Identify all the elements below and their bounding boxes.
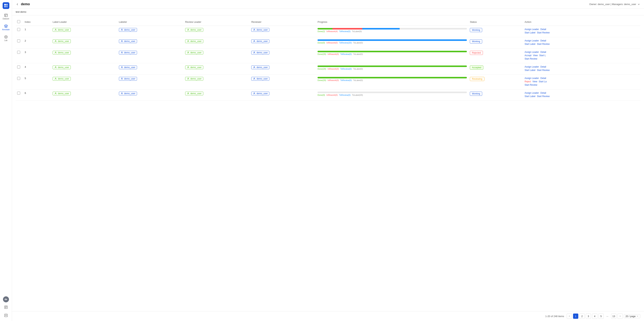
user-tag: demo_user	[251, 92, 269, 95]
status-badge: Working	[470, 40, 482, 44]
status-cell: Working	[468, 37, 523, 48]
owner-text: Owner: demo_user | Managers: demo_user	[589, 3, 636, 6]
user-icon	[187, 92, 190, 95]
action-link[interactable]: Detail	[540, 51, 546, 54]
row-checkbox[interactable]	[17, 66, 20, 68]
action-link[interactable]: Assign Leader	[524, 77, 539, 80]
review-leader-cell: demo_user	[184, 63, 250, 75]
action-link[interactable]: Start Review	[524, 84, 537, 86]
status-badge: Rejected	[470, 51, 483, 55]
progress-labels: Done(2) InRework(4) ToReview(5) ToLabel(…	[318, 30, 467, 32]
status-badge: Working	[470, 92, 482, 96]
action-link[interactable]: Assign Leader	[524, 66, 539, 68]
action-row: Start LabelStart Review	[524, 31, 639, 34]
action-link[interactable]: Reject	[524, 80, 531, 83]
svg-point-20	[122, 40, 122, 41]
next-page-button[interactable]	[618, 314, 623, 319]
sidebar-item-dataset[interactable]: Dataset	[1, 12, 11, 21]
action-link[interactable]: Detail	[540, 92, 546, 94]
col-status: Status	[468, 18, 523, 26]
page-size-selector[interactable]: 20 / page	[624, 314, 640, 318]
app-logo[interactable]	[2, 2, 9, 9]
user-tag: demo_user	[53, 51, 71, 54]
page-button-1[interactable]: 1	[573, 314, 578, 319]
user-tag: demo_user	[185, 51, 203, 54]
page-button-3[interactable]: 3	[586, 314, 591, 319]
user-icon	[120, 28, 123, 31]
page-button-2[interactable]: 2	[580, 314, 585, 319]
row-checkbox[interactable]	[17, 51, 20, 54]
progress-bar	[318, 77, 467, 78]
status-cell: Rejected	[468, 48, 523, 63]
table-row: 1 demo_user demo_user demo_user demo_use…	[16, 26, 640, 37]
status-badge: Working	[470, 28, 482, 32]
row-checkbox[interactable]	[17, 40, 20, 42]
action-link[interactable]: Start Review	[524, 58, 537, 60]
row-checkbox[interactable]	[17, 28, 20, 31]
user-tag: demo_user	[185, 28, 203, 32]
action-link[interactable]: Start Label	[524, 43, 535, 45]
action-link[interactable]: Assign Leader	[524, 40, 539, 42]
labeler-cell: demo_user	[118, 63, 184, 75]
page-button-13[interactable]: 13	[611, 314, 616, 319]
page-button-4[interactable]: 4	[592, 314, 597, 319]
user-icon	[54, 40, 57, 42]
progress-cell: Done(0) InRework(0) ToReview(0) ToLabel(…	[316, 90, 468, 101]
col-progress: Progress	[316, 18, 468, 26]
action-link[interactable]: Start Label	[524, 69, 535, 72]
row-index: 1	[23, 26, 51, 37]
reviewer-cell: demo_user	[250, 75, 316, 90]
user-tag: demo_user	[185, 92, 203, 95]
action-link[interactable]: View	[532, 80, 537, 83]
action-link[interactable]: Assign Leader	[524, 92, 539, 94]
action-link[interactable]: Start Review	[537, 31, 550, 34]
progress-labels: Done(0) InRework(0) ToReview(0) ToLabel(…	[318, 94, 467, 96]
sidebar-item-export[interactable]	[1, 312, 11, 319]
svg-point-32	[122, 78, 122, 79]
rework-label: InRework(0)	[326, 42, 338, 44]
progress-labels: Done(0) InRework(0) ToReview(20) ToLabel…	[318, 42, 467, 44]
prev-page-button[interactable]	[567, 314, 572, 319]
action-link[interactable]: Detail	[540, 28, 546, 30]
row-checkbox[interactable]	[17, 92, 20, 94]
back-button[interactable]	[16, 2, 19, 6]
action-link[interactable]: Accept	[524, 54, 532, 57]
action-link[interactable]: Start Review	[537, 43, 550, 45]
action-link[interactable]: Start Review	[537, 95, 550, 98]
review-label: ToReview(20)	[339, 42, 352, 44]
labeler-cell: demo_user	[118, 48, 184, 63]
row-checkbox[interactable]	[17, 77, 20, 80]
user-icon	[120, 51, 123, 54]
action-link[interactable]: Detail	[540, 40, 546, 42]
action-link[interactable]: Start L	[539, 54, 546, 57]
action-link[interactable]: View	[533, 54, 538, 57]
action-link[interactable]: Detail	[540, 66, 546, 68]
review-leader-cell: demo_user	[184, 48, 250, 63]
progress-cell: Done(20) InRework(0) ToReview(0) ToLabel…	[316, 48, 468, 63]
header-owner-info[interactable]: Owner: demo_user | Managers: demo_user	[589, 3, 640, 6]
table-container[interactable]: Index Label Leader Labeler Review Leader…	[12, 15, 644, 311]
status-badge: Reviewing	[470, 77, 484, 81]
labeler-cell: demo_user	[118, 26, 184, 37]
page-button-5[interactable]: 5	[598, 314, 604, 319]
done-label: Done(20)	[318, 53, 326, 55]
progress-bar	[318, 66, 467, 67]
user-icon	[54, 51, 57, 54]
action-link[interactable]: Assign Leader	[524, 51, 539, 54]
sidebar-item-annotate[interactable]: Annotate	[1, 23, 11, 32]
action-link[interactable]: Assign Leader	[524, 28, 539, 30]
svg-point-25	[188, 52, 188, 53]
select-all-checkbox[interactable]	[17, 20, 20, 23]
pagination-summary: 1-20 of 248 items	[545, 315, 564, 318]
action-link[interactable]: Start Label	[524, 31, 535, 34]
action-link[interactable]: Start La	[539, 80, 546, 83]
user-avatar[interactable]: de	[3, 296, 9, 302]
action-row: Start LabelStart Review	[524, 69, 639, 72]
action-link[interactable]: Start Review	[537, 69, 550, 72]
action-row: Assign LeaderDetail	[524, 66, 639, 68]
sidebar-item-lab[interactable]: Lab	[1, 34, 11, 43]
action-link[interactable]: Detail	[540, 77, 546, 80]
sidebar-item-reports[interactable]	[1, 304, 11, 310]
table-row: 4 demo_user demo_user demo_user demo_use…	[16, 63, 640, 75]
action-link[interactable]: Start Label	[524, 95, 535, 98]
